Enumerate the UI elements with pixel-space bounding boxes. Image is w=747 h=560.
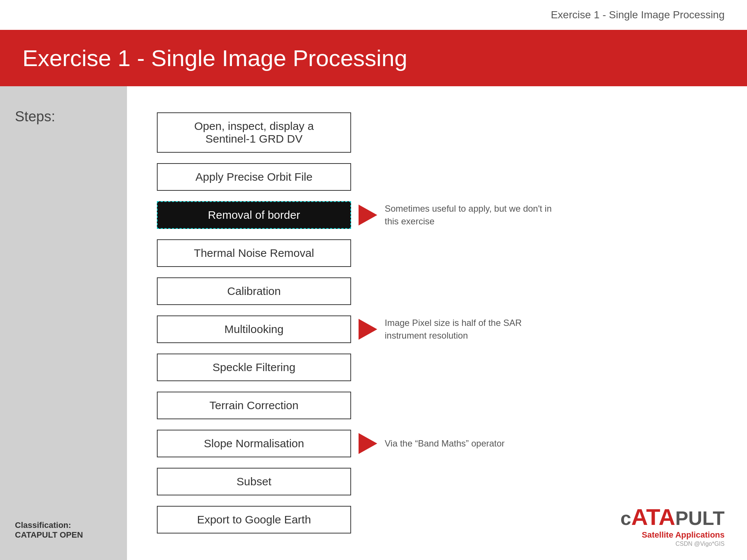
slope-arrow-icon — [359, 433, 377, 454]
step-border-box: Removal of border — [157, 201, 351, 229]
step-row: Speckle Filtering — [157, 354, 717, 381]
logo-csdn: CSDN @Vigo*GIS — [675, 541, 725, 547]
border-arrow-icon — [359, 205, 377, 225]
logo-pult: PULT — [675, 507, 725, 529]
banner-title: Exercise 1 - Single Image Processing — [22, 45, 407, 71]
steps-label: Steps: — [15, 109, 112, 125]
logo-subtitle: Satellite Applications — [642, 530, 725, 540]
step-calibration-box: Calibration — [157, 277, 351, 305]
step-orbit-label: Apply Precise Orbit File — [195, 171, 312, 183]
multilooking-arrow-icon — [359, 319, 377, 340]
sidebar: Steps: Classification: CATAPULT OPEN — [0, 86, 127, 560]
step-row: Thermal Noise Removal — [157, 239, 717, 267]
step-slope-label: Slope Normalisation — [204, 437, 304, 450]
step-row: Multilooking Image Pixel size is half of… — [157, 315, 717, 343]
step-subset-box: Subset — [157, 468, 351, 495]
step-terrain-label: Terrain Correction — [210, 399, 298, 412]
step-multilooking-box: Multilooking — [157, 315, 351, 343]
step-row: Open, inspect, display a Sentinel-1 GRD … — [157, 112, 717, 153]
step-export-label: Export to Google Earth — [197, 513, 311, 526]
steps-container: Open, inspect, display a Sentinel-1 GRD … — [157, 112, 717, 544]
logo-c: c — [620, 507, 631, 529]
step-export-box: Export to Google Earth — [157, 506, 351, 533]
step-slope-box: Slope Normalisation — [157, 430, 351, 457]
step-border-label: Removal of border — [208, 209, 300, 221]
top-bar: Exercise 1 - Single Image Processing — [0, 0, 747, 30]
logo-ata: ATA — [631, 504, 675, 530]
step-open-label: Open, inspect, display a Sentinel-1 GRD … — [173, 120, 335, 145]
multilooking-note: Image Pixel size is half of the SAR inst… — [385, 317, 564, 342]
logo-main: cATAPULT — [620, 505, 725, 529]
step-subset-label: Subset — [236, 475, 271, 488]
slope-note: Via the “Band Maths” operator — [385, 437, 505, 450]
classification-text: Classification: CATAPULT OPEN — [15, 520, 112, 540]
step-row: Terrain Correction — [157, 392, 717, 419]
border-note: Sometimes useful to apply, but we don't … — [385, 202, 564, 227]
step-multilooking-label: Multilooking — [224, 323, 283, 336]
logo-area: cATAPULT Satellite Applications CSDN @Vi… — [620, 505, 725, 547]
step-speckle-label: Speckle Filtering — [213, 361, 295, 374]
logo-text: cATAPULT — [620, 507, 725, 529]
step-row: Removal of border Sometimes useful to ap… — [157, 201, 717, 229]
main-content: Steps: Classification: CATAPULT OPEN Ope… — [0, 86, 747, 560]
step-terrain-box: Terrain Correction — [157, 392, 351, 419]
step-row: Subset — [157, 468, 717, 495]
step-thermal-label: Thermal Noise Removal — [194, 247, 314, 259]
step-orbit-box: Apply Precise Orbit File — [157, 163, 351, 191]
sidebar-bottom: Classification: CATAPULT OPEN — [15, 520, 112, 540]
header-banner: Exercise 1 - Single Image Processing — [0, 30, 747, 86]
step-thermal-box: Thermal Noise Removal — [157, 239, 351, 267]
step-row: Slope Normalisation Via the “Band Maths”… — [157, 430, 717, 457]
step-calibration-label: Calibration — [227, 285, 280, 298]
step-row: Calibration — [157, 277, 717, 305]
content-area: Open, inspect, display a Sentinel-1 GRD … — [127, 86, 747, 560]
top-bar-title: Exercise 1 - Single Image Processing — [551, 9, 725, 21]
step-row: Apply Precise Orbit File — [157, 163, 717, 191]
step-speckle-box: Speckle Filtering — [157, 354, 351, 381]
step-open-box: Open, inspect, display a Sentinel-1 GRD … — [157, 112, 351, 153]
